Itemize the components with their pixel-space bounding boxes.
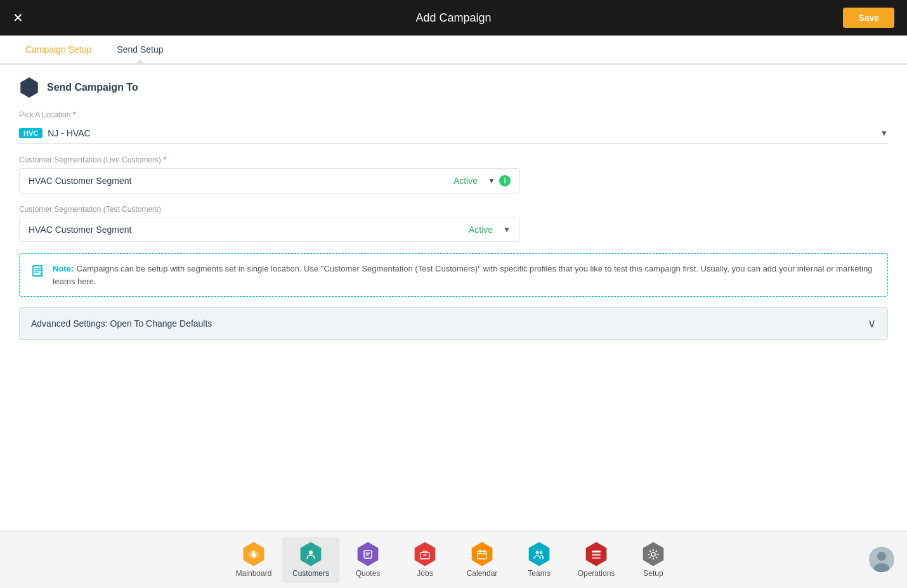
jobs-icon <box>413 542 437 566</box>
nav-item-setup[interactable]: Setup <box>625 537 682 583</box>
quotes-icon <box>356 542 380 566</box>
customer-seg-live-arrow[interactable]: ▼ <box>488 176 495 185</box>
svg-rect-11 <box>592 557 601 559</box>
setup-label: Setup <box>643 569 663 578</box>
svg-point-7 <box>536 551 539 554</box>
tab-bar: Campaign Setup Send Setup <box>0 36 907 65</box>
svg-point-3 <box>309 551 313 554</box>
app-header: ✕ Add Campaign Save <box>0 0 907 36</box>
nav-item-calendar[interactable]: Calendar <box>454 537 511 583</box>
bottom-nav: Mainboard Customers Quotes Jobs <box>0 531 907 588</box>
location-field: Pick A Location * HVC NJ - HVAC ▼ <box>19 110 888 144</box>
nav-item-operations[interactable]: Operations <box>568 537 625 583</box>
teams-label: Teams <box>528 569 550 578</box>
location-dropdown-arrow[interactable]: ▼ <box>880 129 888 138</box>
nav-item-teams[interactable]: Teams <box>511 537 568 583</box>
svg-point-8 <box>540 551 543 554</box>
customer-seg-test-row[interactable]: HVAC Customer Segment Active ▼ <box>19 218 520 242</box>
advanced-settings-label: Advanced Settings: Open To Change Defaul… <box>31 318 212 329</box>
section-icon <box>19 77 39 98</box>
customer-seg-test-field: Customer Segmentation (Test Customers) H… <box>19 205 888 242</box>
nav-item-jobs[interactable]: Jobs <box>396 537 454 583</box>
customer-seg-live-row[interactable]: HVAC Customer Segment Active ▼ i <box>19 168 520 193</box>
page-title: Add Campaign <box>415 11 491 25</box>
note-box: Note: Campaigns can be setup with segmen… <box>19 253 888 297</box>
location-value: NJ - HVAC <box>48 128 875 138</box>
nav-item-mainboard[interactable]: Mainboard <box>225 537 282 583</box>
calendar-icon <box>470 542 494 566</box>
svg-rect-9 <box>592 551 601 552</box>
hvc-badge: HVC <box>19 128 42 138</box>
customers-label: Customers <box>292 569 329 578</box>
tab-send-setup[interactable]: Send Setup <box>104 36 176 63</box>
customer-seg-test-status: Active <box>469 225 493 235</box>
mainboard-icon <box>242 542 266 566</box>
nav-item-customers[interactable]: Customers <box>282 537 339 583</box>
close-button[interactable]: ✕ <box>13 11 23 24</box>
nav-items: Mainboard Customers Quotes Jobs <box>225 537 682 583</box>
customer-seg-live-label: Customer Segmentation (Live Customers) * <box>19 155 888 164</box>
setup-icon <box>641 542 665 566</box>
customer-seg-test-arrow[interactable]: ▼ <box>503 225 511 234</box>
mainboard-label: Mainboard <box>236 569 272 578</box>
section-title: Send Campaign To <box>47 82 138 93</box>
main-content: Send Campaign To Pick A Location * HVC N… <box>0 65 907 531</box>
customer-seg-live-status: Active <box>454 176 478 186</box>
customer-seg-test-value: HVAC Customer Segment <box>29 225 469 235</box>
svg-rect-5 <box>421 552 429 559</box>
operations-label: Operations <box>578 569 615 578</box>
section-header: Send Campaign To <box>19 77 888 98</box>
location-row[interactable]: HVC NJ - HVAC ▼ <box>19 123 888 144</box>
quotes-label: Quotes <box>356 569 381 578</box>
nav-item-quotes[interactable]: Quotes <box>339 537 396 583</box>
info-icon-live[interactable]: i <box>499 175 511 186</box>
svg-rect-4 <box>364 551 372 558</box>
jobs-label: Jobs <box>417 569 433 578</box>
svg-rect-10 <box>592 554 601 556</box>
customer-seg-live-field: Customer Segmentation (Live Customers) *… <box>19 155 888 193</box>
note-icon <box>31 264 45 281</box>
customer-seg-test-label: Customer Segmentation (Test Customers) <box>19 205 888 214</box>
svg-rect-0 <box>33 266 42 276</box>
customer-seg-live-value: HVAC Customer Segment <box>29 176 454 186</box>
svg-point-14 <box>877 552 886 561</box>
note-content: Note: Campaigns can be setup with segmen… <box>53 263 876 287</box>
user-avatar[interactable] <box>869 547 894 572</box>
advanced-settings-panel[interactable]: Advanced Settings: Open To Change Defaul… <box>19 307 888 340</box>
svg-point-2 <box>253 551 255 552</box>
teams-icon <box>527 542 551 566</box>
svg-rect-6 <box>478 551 486 559</box>
svg-point-12 <box>651 552 655 556</box>
svg-rect-1 <box>252 553 256 557</box>
operations-icon <box>584 542 608 566</box>
advanced-settings-chevron: ∨ <box>868 317 876 330</box>
tab-campaign-setup[interactable]: Campaign Setup <box>13 36 104 63</box>
bottom-nav-container: Mainboard Customers Quotes Jobs <box>0 531 907 588</box>
save-button[interactable]: Save <box>843 8 894 28</box>
customers-icon <box>299 542 323 566</box>
location-label: Pick A Location * <box>19 110 888 119</box>
calendar-label: Calendar <box>467 569 498 578</box>
